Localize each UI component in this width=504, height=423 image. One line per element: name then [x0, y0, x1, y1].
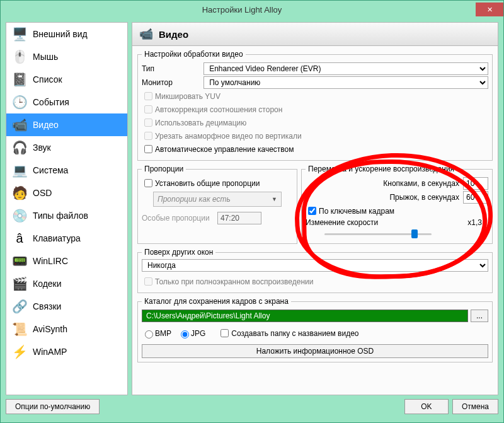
- sidebar-item-label: События: [33, 97, 69, 107]
- capture-group: Каталог для сохранения кадров с экрана C…: [137, 297, 493, 362]
- sidebar-icon: ⚡: [10, 343, 29, 361]
- type-select[interactable]: Enhanced Video Renderer (EVR): [203, 62, 488, 75]
- speed-label: Изменение скорости: [306, 218, 378, 227]
- group-legend: Настройки обработки видео: [142, 50, 246, 59]
- decimation-checkbox: [144, 119, 152, 127]
- sidebar-item-label: AviSynth: [33, 324, 67, 334]
- aspect-group: Пропорции Установить общие пропорции Про…: [137, 165, 297, 244]
- sidebar-item-5[interactable]: 🎧Звук: [6, 136, 127, 159]
- sidebar-item-11[interactable]: 🎬Кодеки: [6, 272, 127, 295]
- autocorrect-ar-checkbox: [144, 105, 152, 113]
- sidebar-item-9[interactable]: âКлавиатура: [6, 227, 127, 250]
- crop-anamorphic-label: Урезать анаморфное видео по вертикали: [155, 132, 302, 141]
- buttons-seconds-input[interactable]: [463, 177, 488, 190]
- sidebar-item-label: Система: [33, 165, 68, 175]
- sidebar-item-1[interactable]: 🖱️Мышь: [6, 45, 127, 68]
- sidebar-item-label: Список: [33, 74, 62, 84]
- browse-button[interactable]: ...: [471, 310, 488, 322]
- sidebar-item-label: Внешний вид: [33, 29, 88, 39]
- ontop-group: Поверх других окон Никогда Только при по…: [137, 248, 493, 293]
- sidebar-item-2[interactable]: 📓Список: [6, 68, 127, 91]
- jpg-radio[interactable]: JPG: [178, 328, 205, 339]
- create-folder-label: Создавать папку с названием видео: [231, 329, 358, 338]
- sidebar-icon: 💻: [10, 161, 29, 179]
- sidebar-icon: 🧑: [10, 184, 29, 202]
- close-button[interactable]: ✕: [476, 3, 503, 16]
- custom-aspect-label: Особые пропорции: [142, 214, 217, 223]
- sidebar-item-8[interactable]: 💿Типы файлов: [6, 204, 127, 227]
- sidebar-item-label: WinLIRC: [33, 256, 68, 266]
- defaults-button[interactable]: Опции по-умолчанию: [6, 399, 100, 414]
- sidebar-item-0[interactable]: 🖥️Внешний вид: [6, 23, 127, 45]
- sidebar-item-3[interactable]: 🕒События: [6, 91, 127, 113]
- autocorrect-ar-label: Автокоррекция соотношения сторон: [155, 105, 282, 114]
- group-legend: Перемотка и ускорение воспроизведения: [306, 165, 457, 173]
- sidebar-item-label: Клавиатура: [33, 233, 81, 243]
- sidebar-icon: 🖥️: [10, 25, 29, 43]
- speed-slider[interactable]: [324, 228, 432, 240]
- sidebar-item-7[interactable]: 🧑OSD: [6, 182, 127, 204]
- chevron-down-icon: ▼: [272, 196, 277, 202]
- sidebar-icon: 🎬: [10, 275, 29, 293]
- auto-quality-label: Автоматическое управление качеством: [155, 145, 294, 154]
- sidebar-icon: 📓: [10, 71, 29, 88]
- crop-anamorphic-checkbox: [144, 132, 152, 140]
- type-label: Тип: [142, 64, 203, 73]
- sidebar-item-6[interactable]: 💻Система: [6, 159, 127, 182]
- section-header: 📹 Видео: [132, 22, 498, 46]
- buttons-seconds-label: Кнопками, в секундах: [383, 179, 459, 188]
- custom-aspect-input: [217, 212, 261, 224]
- sidebar-item-label: OSD: [33, 188, 52, 198]
- decimation-label: Использовать децимацию: [155, 119, 246, 127]
- jump-seconds-label: Прыжок, в секундах: [389, 193, 459, 202]
- playback-group: Перемотка и ускорение воспроизведения Кн…: [301, 165, 493, 244]
- bmp-radio[interactable]: BMP: [142, 328, 171, 339]
- sidebar-icon: 📹: [10, 116, 29, 134]
- sidebar-item-13[interactable]: 📜AviSynth: [6, 318, 127, 340]
- create-folder-checkbox[interactable]: [220, 329, 229, 337]
- sidebar-item-12[interactable]: 🔗Связки: [6, 295, 127, 318]
- jump-seconds-input[interactable]: [463, 191, 488, 204]
- common-aspect-label: Установить общие пропорции: [155, 179, 260, 188]
- mix-yuv-label: Микшировать YUV: [155, 92, 220, 101]
- aspect-preset-dropdown[interactable]: Пропорции как есть▼: [153, 192, 282, 207]
- titlebar: Настройки Light Alloy ✕: [1, 1, 503, 18]
- sidebar-icon: 📜: [10, 320, 29, 338]
- sidebar-item-label: Видео: [33, 120, 59, 130]
- sidebar-icon: 💿: [10, 207, 29, 224]
- sidebar-icon: 🖱️: [10, 48, 29, 66]
- group-legend: Каталог для сохранения кадров с экрана: [142, 297, 291, 306]
- sidebar-icon: 🕒: [10, 93, 29, 111]
- sidebar-item-label: Звук: [33, 142, 51, 153]
- camera-icon: 📹: [137, 26, 155, 42]
- speed-value: x1,3: [467, 218, 482, 227]
- window-title: Настройки Light Alloy: [202, 5, 282, 14]
- sidebar-item-label: Типы файлов: [33, 211, 88, 221]
- sidebar-item-label: WinAMP: [33, 347, 67, 357]
- auto-quality-checkbox[interactable]: [144, 145, 152, 153]
- overlay-osd-button[interactable]: Наложить информационное OSD: [142, 344, 488, 358]
- monitor-select[interactable]: По умолчанию: [203, 76, 488, 89]
- keyframe-label: По ключевым кадрам: [319, 207, 394, 216]
- sidebar-icon: â: [10, 229, 29, 247]
- sidebar-icon: 🔗: [10, 298, 29, 315]
- sidebar-item-label: Кодеки: [33, 279, 62, 289]
- sidebar-item-label: Мышь: [33, 52, 58, 62]
- section-title: Видео: [159, 29, 188, 40]
- sidebar-item-14[interactable]: ⚡WinAMP: [6, 340, 127, 363]
- ok-button[interactable]: OK: [404, 399, 449, 414]
- cancel-button[interactable]: Отмена: [452, 399, 498, 414]
- sidebar-item-label: Связки: [33, 301, 61, 311]
- sidebar-item-10[interactable]: 📟WinLIRC: [6, 250, 127, 272]
- keyframe-checkbox[interactable]: [308, 207, 316, 215]
- fullscreen-only-label: Только при полноэкранном воспроизведении: [155, 277, 313, 286]
- common-aspect-checkbox[interactable]: [144, 179, 152, 187]
- sidebar-item-4[interactable]: 📹Видео: [6, 113, 127, 136]
- video-processing-group: Настройки обработки видео Тип Enhanced V…: [137, 50, 493, 161]
- sidebar-icon: 📟: [10, 252, 29, 270]
- group-legend: Пропорции: [142, 165, 186, 173]
- ontop-select[interactable]: Никогда: [142, 259, 488, 272]
- monitor-label: Монитор: [142, 78, 203, 87]
- fullscreen-only-checkbox: [144, 277, 152, 286]
- capture-path[interactable]: C:\Users\Андрей\Pictures\Light Alloy: [142, 310, 468, 322]
